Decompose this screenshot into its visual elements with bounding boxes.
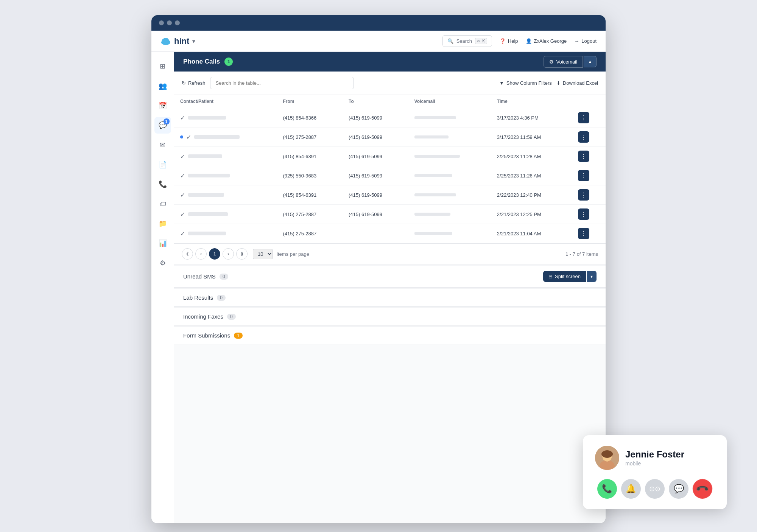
voicemail-call-button[interactable]: ⊙⊙ bbox=[645, 479, 665, 499]
lab-results-row[interactable]: Lab Results 0 bbox=[174, 289, 606, 306]
decline-call-button[interactable]: 📞 bbox=[689, 475, 717, 503]
form-submissions-row[interactable]: Form Submissions 1 bbox=[174, 327, 606, 344]
user-icon: 👤 bbox=[526, 38, 532, 44]
sidebar-item-folders[interactable]: 📁 bbox=[154, 215, 171, 232]
browser-dot-green bbox=[175, 20, 180, 25]
phone-calls-title: Phone Calls bbox=[183, 58, 220, 65]
menu-cell-1: ⋮ bbox=[572, 108, 606, 128]
menu-cell-4: ⋮ bbox=[572, 166, 606, 185]
unread-sms-row[interactable]: Unread SMS 0 ⊟ Split screen ▾ bbox=[174, 266, 606, 288]
search-bar[interactable]: 🔍 Search ⌘ K bbox=[442, 35, 492, 47]
page-next-button[interactable]: › bbox=[223, 248, 234, 260]
logout-link[interactable]: → Logout bbox=[574, 38, 597, 44]
to-cell-4: (415) 619-5099 bbox=[343, 166, 408, 185]
sidebar-item-phone[interactable]: 📞 bbox=[154, 176, 171, 193]
app-logo[interactable]: hint ▾ bbox=[160, 36, 195, 46]
time-cell-6: 2/21/2023 12:25 PM bbox=[491, 205, 572, 224]
lab-results-title: Lab Results 0 bbox=[183, 294, 226, 301]
split-screen-dropdown-button[interactable]: ▾ bbox=[587, 271, 597, 282]
sidebar-item-dashboard[interactable]: ⊞ bbox=[154, 58, 171, 75]
voicemail-actions: ⚙ Voicemail ▲ bbox=[544, 56, 597, 68]
voicemail-cell-7 bbox=[408, 224, 491, 243]
voicemail-dropdown-button[interactable]: ▲ bbox=[584, 56, 597, 67]
sidebar-item-messages[interactable]: 💬 1 bbox=[154, 117, 171, 134]
logo-dropdown-icon[interactable]: ▾ bbox=[192, 38, 195, 44]
unread-dot bbox=[180, 135, 183, 138]
incoming-faxes-row[interactable]: Incoming Faxes 0 bbox=[174, 308, 606, 325]
user-menu[interactable]: 👤 ZxAlex George bbox=[526, 38, 567, 44]
row-menu-button-5[interactable]: ⋮ bbox=[578, 189, 589, 201]
sidebar-item-tags[interactable]: 🏷 bbox=[154, 196, 171, 212]
sidebar-item-documents[interactable]: 📄 bbox=[154, 156, 171, 173]
per-page-select[interactable]: 10 25 50 bbox=[253, 249, 273, 259]
check-icon: ✓ bbox=[180, 153, 185, 160]
page-last-button[interactable]: ⟫ bbox=[236, 248, 248, 260]
browser-titlebar bbox=[151, 15, 606, 31]
page-first-button[interactable]: ⟪ bbox=[182, 248, 193, 260]
form-submissions-section: Form Submissions 1 bbox=[174, 325, 606, 344]
help-icon: ❓ bbox=[500, 38, 506, 44]
search-shortcut: ⌘ K bbox=[475, 38, 487, 44]
caller-type: mobile bbox=[625, 460, 684, 467]
to-cell-5: (415) 619-5099 bbox=[343, 185, 408, 205]
sidebar-item-calendar[interactable]: 📅 bbox=[154, 97, 171, 114]
from-cell-3: (415) 854-6391 bbox=[277, 147, 343, 166]
row-menu-button-2[interactable]: ⋮ bbox=[578, 131, 589, 143]
col-time: Time bbox=[491, 95, 572, 108]
page-1-button[interactable]: 1 bbox=[209, 248, 220, 260]
menu-cell-3: ⋮ bbox=[572, 147, 606, 166]
sidebar-item-settings[interactable]: ⚙ bbox=[154, 255, 171, 271]
logout-icon: → bbox=[574, 38, 579, 44]
sidebar-item-email[interactable]: ✉ bbox=[154, 137, 171, 153]
svg-point-3 bbox=[163, 38, 169, 42]
sidebar-item-analytics[interactable]: 📊 bbox=[154, 235, 171, 252]
search-label: Search bbox=[456, 38, 472, 44]
time-cell-1: 3/17/2023 4:36 PM bbox=[491, 108, 572, 128]
phone-calls-table-area: ↻ Refresh ▼ Show Column Filters ⬇ Downlo… bbox=[174, 72, 606, 264]
logout-label: Logout bbox=[581, 38, 597, 44]
row-menu-button-4[interactable]: ⋮ bbox=[578, 170, 589, 181]
help-label: Help bbox=[508, 38, 518, 44]
row-menu-button-1[interactable]: ⋮ bbox=[578, 112, 589, 123]
refresh-icon: ↻ bbox=[182, 80, 186, 86]
accept-call-button[interactable]: 📞 bbox=[597, 479, 617, 499]
refresh-button[interactable]: ↻ Refresh bbox=[182, 80, 206, 86]
time-cell-7: 2/21/2023 11:04 AM bbox=[491, 224, 572, 243]
table-search-input[interactable] bbox=[210, 77, 354, 89]
col-voicemail: Voicemail bbox=[408, 95, 491, 108]
split-screen-button[interactable]: ⊟ Split screen bbox=[543, 271, 586, 282]
search-icon: 🔍 bbox=[447, 38, 453, 44]
silence-call-button[interactable]: 🔔 bbox=[621, 479, 641, 499]
app-layout: ⊞ 👥 📅 💬 1 ✉ 📄 📞 🏷 📁 📊 ⚙ Phone Calls 1 bbox=[151, 52, 606, 523]
row-menu-button-6[interactable]: ⋮ bbox=[578, 208, 589, 220]
message-call-button[interactable]: 💬 bbox=[669, 479, 688, 499]
row-menu-button-3[interactable]: ⋮ bbox=[578, 151, 589, 162]
table-row: ✓ (415) 275-2887 2/21/2023 11:04 AM ⋮ bbox=[174, 224, 606, 243]
sidebar-item-patients[interactable]: 👥 bbox=[154, 78, 171, 94]
check-icon: ✓ bbox=[180, 230, 185, 237]
contact-cell-7: ✓ bbox=[174, 224, 277, 243]
voicemail-placeholder bbox=[414, 174, 452, 177]
sidebar: ⊞ 👥 📅 💬 1 ✉ 📄 📞 🏷 📁 📊 ⚙ bbox=[151, 52, 174, 523]
top-nav: hint ▾ 🔍 Search ⌘ K ❓ Help 👤 ZxAlex Geor… bbox=[151, 31, 606, 52]
download-button[interactable]: ⬇ Download Excel bbox=[556, 80, 598, 86]
voicemail-button[interactable]: ⚙ Voicemail bbox=[544, 56, 583, 68]
help-link[interactable]: ❓ Help bbox=[500, 38, 518, 44]
name-placeholder bbox=[188, 154, 222, 158]
name-placeholder bbox=[188, 174, 230, 177]
col-from: From bbox=[277, 95, 343, 108]
contact-cell-1: ✓ bbox=[174, 108, 277, 128]
voicemail-placeholder bbox=[414, 155, 460, 158]
col-to: To bbox=[343, 95, 408, 108]
browser-window: hint ▾ 🔍 Search ⌘ K ❓ Help 👤 ZxAlex Geor… bbox=[151, 15, 606, 523]
filter-button[interactable]: ▼ Show Column Filters bbox=[499, 80, 552, 86]
page-prev-button[interactable]: ‹ bbox=[195, 248, 207, 260]
name-placeholder bbox=[188, 193, 224, 197]
voicemail-placeholder bbox=[414, 193, 456, 196]
phone-calls-header: Phone Calls 1 ⚙ Voicemail ▲ bbox=[174, 52, 606, 72]
svg-point-8 bbox=[602, 451, 607, 455]
phone-calls-title-group: Phone Calls 1 bbox=[183, 58, 233, 66]
form-submissions-title: Form Submissions 1 bbox=[183, 332, 243, 339]
row-menu-button-7[interactable]: ⋮ bbox=[578, 228, 589, 239]
contact-cell-5: ✓ bbox=[174, 185, 277, 205]
